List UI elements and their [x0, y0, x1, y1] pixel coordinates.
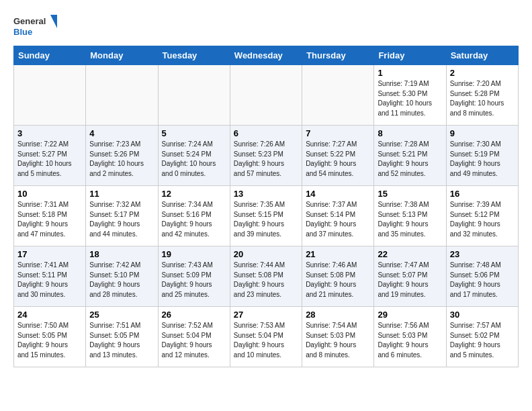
calendar-cell: 15Sunrise: 7:38 AM Sunset: 5:13 PM Dayli…: [374, 186, 446, 246]
weekday-header: Monday: [86, 46, 158, 65]
day-info: Sunrise: 7:44 AM Sunset: 5:08 PM Dayligh…: [234, 261, 298, 300]
day-info: Sunrise: 7:30 AM Sunset: 5:19 PM Dayligh…: [450, 140, 515, 179]
calendar-cell: 21Sunrise: 7:46 AM Sunset: 5:08 PM Dayli…: [302, 246, 374, 307]
logo: General Blue: [13, 13, 60, 39]
day-info: Sunrise: 7:32 AM Sunset: 5:17 PM Dayligh…: [89, 200, 154, 239]
day-info: Sunrise: 7:37 AM Sunset: 5:14 PM Dayligh…: [306, 200, 370, 239]
day-info: Sunrise: 7:38 AM Sunset: 5:13 PM Dayligh…: [378, 200, 442, 239]
calendar-cell: 27Sunrise: 7:53 AM Sunset: 5:04 PM Dayli…: [230, 307, 302, 367]
day-number: 3: [17, 128, 82, 138]
day-info: Sunrise: 7:47 AM Sunset: 5:07 PM Dayligh…: [378, 261, 442, 300]
day-info: Sunrise: 7:28 AM Sunset: 5:21 PM Dayligh…: [378, 140, 442, 179]
calendar-cell: 13Sunrise: 7:35 AM Sunset: 5:15 PM Dayli…: [230, 186, 302, 246]
day-info: Sunrise: 7:52 AM Sunset: 5:04 PM Dayligh…: [162, 321, 226, 360]
day-info: Sunrise: 7:57 AM Sunset: 5:02 PM Dayligh…: [450, 321, 515, 360]
calendar-cell: 18Sunrise: 7:42 AM Sunset: 5:10 PM Dayli…: [86, 246, 158, 307]
day-info: Sunrise: 7:46 AM Sunset: 5:08 PM Dayligh…: [306, 261, 370, 300]
calendar-cell: [230, 65, 302, 126]
weekday-header: Saturday: [446, 46, 518, 65]
calendar-cell: 11Sunrise: 7:32 AM Sunset: 5:17 PM Dayli…: [86, 186, 158, 246]
calendar-cell: 9Sunrise: 7:30 AM Sunset: 5:19 PM Daylig…: [446, 126, 518, 186]
day-number: 22: [378, 249, 442, 259]
calendar-cell: 2Sunrise: 7:20 AM Sunset: 5:28 PM Daylig…: [446, 65, 518, 126]
calendar-cell: 26Sunrise: 7:52 AM Sunset: 5:04 PM Dayli…: [158, 307, 230, 367]
calendar-cell: 19Sunrise: 7:43 AM Sunset: 5:09 PM Dayli…: [158, 246, 230, 307]
calendar-cell: 30Sunrise: 7:57 AM Sunset: 5:02 PM Dayli…: [446, 307, 518, 367]
weekday-header: Thursday: [302, 46, 374, 65]
day-number: 28: [306, 310, 370, 320]
calendar-cell: 20Sunrise: 7:44 AM Sunset: 5:08 PM Dayli…: [230, 246, 302, 307]
day-info: Sunrise: 7:54 AM Sunset: 5:03 PM Dayligh…: [306, 321, 370, 360]
day-info: Sunrise: 7:19 AM Sunset: 5:30 PM Dayligh…: [378, 79, 442, 118]
day-number: 10: [17, 189, 82, 199]
day-info: Sunrise: 7:42 AM Sunset: 5:10 PM Dayligh…: [89, 261, 154, 300]
calendar-cell: 22Sunrise: 7:47 AM Sunset: 5:07 PM Dayli…: [374, 246, 446, 307]
day-info: Sunrise: 7:26 AM Sunset: 5:23 PM Dayligh…: [234, 140, 298, 179]
day-info: Sunrise: 7:43 AM Sunset: 5:09 PM Dayligh…: [162, 261, 226, 300]
day-number: 29: [378, 310, 442, 320]
calendar-cell: 7Sunrise: 7:27 AM Sunset: 5:22 PM Daylig…: [302, 126, 374, 186]
day-info: Sunrise: 7:51 AM Sunset: 5:05 PM Dayligh…: [89, 321, 154, 360]
day-number: 27: [234, 310, 298, 320]
calendar-cell: 3Sunrise: 7:22 AM Sunset: 5:27 PM Daylig…: [14, 126, 86, 186]
calendar-cell: 6Sunrise: 7:26 AM Sunset: 5:23 PM Daylig…: [230, 126, 302, 186]
weekday-header: Wednesday: [230, 46, 302, 65]
day-number: 17: [17, 249, 82, 259]
day-info: Sunrise: 7:20 AM Sunset: 5:28 PM Dayligh…: [450, 79, 515, 118]
calendar-cell: [302, 65, 374, 126]
calendar-cell: 8Sunrise: 7:28 AM Sunset: 5:21 PM Daylig…: [374, 126, 446, 186]
page-header: General Blue: [13, 13, 519, 39]
svg-text:General: General: [13, 16, 46, 26]
calendar-cell: 29Sunrise: 7:56 AM Sunset: 5:03 PM Dayli…: [374, 307, 446, 367]
day-info: Sunrise: 7:27 AM Sunset: 5:22 PM Dayligh…: [306, 140, 370, 179]
day-info: Sunrise: 7:53 AM Sunset: 5:04 PM Dayligh…: [234, 321, 298, 360]
weekday-header: Tuesday: [158, 46, 230, 65]
day-info: Sunrise: 7:34 AM Sunset: 5:16 PM Dayligh…: [162, 200, 226, 239]
calendar-cell: 10Sunrise: 7:31 AM Sunset: 5:18 PM Dayli…: [14, 186, 86, 246]
weekday-header: Friday: [374, 46, 446, 65]
calendar-cell: 14Sunrise: 7:37 AM Sunset: 5:14 PM Dayli…: [302, 186, 374, 246]
calendar-cell: [86, 65, 158, 126]
day-number: 19: [162, 249, 226, 259]
calendar-cell: 17Sunrise: 7:41 AM Sunset: 5:11 PM Dayli…: [14, 246, 86, 307]
calendar-cell: 4Sunrise: 7:23 AM Sunset: 5:26 PM Daylig…: [86, 126, 158, 186]
day-number: 6: [234, 128, 298, 138]
day-number: 26: [162, 310, 226, 320]
calendar-cell: [158, 65, 230, 126]
day-info: Sunrise: 7:22 AM Sunset: 5:27 PM Dayligh…: [17, 140, 82, 179]
calendar-cell: 16Sunrise: 7:39 AM Sunset: 5:12 PM Dayli…: [446, 186, 518, 246]
day-info: Sunrise: 7:24 AM Sunset: 5:24 PM Dayligh…: [162, 140, 226, 179]
day-info: Sunrise: 7:35 AM Sunset: 5:15 PM Dayligh…: [234, 200, 298, 239]
day-number: 21: [306, 249, 370, 259]
calendar-cell: 28Sunrise: 7:54 AM Sunset: 5:03 PM Dayli…: [302, 307, 374, 367]
day-number: 1: [378, 68, 442, 78]
day-number: 25: [89, 310, 154, 320]
day-number: 14: [306, 189, 370, 199]
day-number: 4: [89, 128, 154, 138]
weekday-header: Sunday: [14, 46, 86, 65]
svg-text:Blue: Blue: [13, 27, 32, 37]
day-number: 2: [450, 68, 515, 78]
day-info: Sunrise: 7:48 AM Sunset: 5:06 PM Dayligh…: [450, 261, 515, 300]
day-number: 23: [450, 249, 515, 259]
calendar-cell: 24Sunrise: 7:50 AM Sunset: 5:05 PM Dayli…: [14, 307, 86, 367]
day-info: Sunrise: 7:23 AM Sunset: 5:26 PM Dayligh…: [89, 140, 154, 179]
day-number: 5: [162, 128, 226, 138]
day-number: 12: [162, 189, 226, 199]
day-number: 7: [306, 128, 370, 138]
day-info: Sunrise: 7:50 AM Sunset: 5:05 PM Dayligh…: [17, 321, 82, 360]
general-blue-logo: General Blue: [13, 13, 60, 39]
day-number: 18: [89, 249, 154, 259]
day-number: 20: [234, 249, 298, 259]
day-info: Sunrise: 7:31 AM Sunset: 5:18 PM Dayligh…: [17, 200, 82, 239]
day-number: 8: [378, 128, 442, 138]
day-number: 9: [450, 128, 515, 138]
calendar-cell: 5Sunrise: 7:24 AM Sunset: 5:24 PM Daylig…: [158, 126, 230, 186]
day-info: Sunrise: 7:41 AM Sunset: 5:11 PM Dayligh…: [17, 261, 82, 300]
day-info: Sunrise: 7:39 AM Sunset: 5:12 PM Dayligh…: [450, 200, 515, 239]
calendar-table: SundayMondayTuesdayWednesdayThursdayFrid…: [13, 46, 519, 367]
day-number: 24: [17, 310, 82, 320]
calendar-cell: [14, 65, 86, 126]
calendar-cell: 25Sunrise: 7:51 AM Sunset: 5:05 PM Dayli…: [86, 307, 158, 367]
calendar-cell: 12Sunrise: 7:34 AM Sunset: 5:16 PM Dayli…: [158, 186, 230, 246]
